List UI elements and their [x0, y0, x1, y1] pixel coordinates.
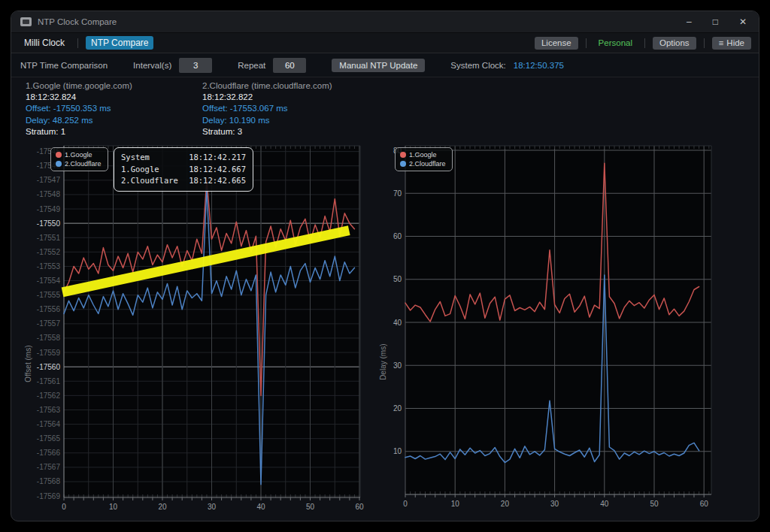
personal-button[interactable]: Personal: [594, 37, 637, 49]
server-cloudflare: 2.Cloudflare (time.cloudflare.com) 18:12…: [202, 80, 379, 138]
close-icon[interactable]: ✕: [739, 17, 747, 27]
tab-ntp-compare[interactable]: NTP Compare: [86, 36, 153, 50]
svg-text:0: 0: [62, 503, 66, 511]
delay-chart-canvas[interactable]: 01020304050601020304050607080Delay (ms): [369, 144, 723, 521]
section-label: NTP Time Comparison: [20, 61, 108, 70]
server-stratum: Stratum: 1: [26, 126, 202, 138]
svg-text:-17559: -17559: [37, 349, 61, 357]
title-bar[interactable]: NTP Clock Compare – □ ✕: [11, 11, 759, 33]
hide-button-label: Hide: [726, 38, 744, 47]
svg-text:-17555: -17555: [37, 291, 61, 299]
svg-text:-17564: -17564: [37, 420, 61, 428]
offset-chart-legend[interactable]: 1.Google 2.Cloudflare: [50, 147, 108, 171]
google-legend-dot: [56, 152, 62, 158]
offset-chart[interactable]: 0102030405060-17545-17546-17547-17548-17…: [22, 144, 369, 521]
svg-text:20: 20: [393, 404, 402, 413]
svg-text:-17550: -17550: [37, 219, 61, 228]
svg-text:50: 50: [306, 503, 315, 511]
svg-text:40: 40: [393, 319, 402, 327]
svg-text:-17562: -17562: [37, 391, 61, 400]
server-time: 18:12:32.824: [26, 92, 202, 103]
tab-separator: [77, 38, 78, 48]
svg-text:10: 10: [451, 500, 460, 508]
offset-chart-canvas[interactable]: 0102030405060-17545-17546-17547-17548-17…: [22, 144, 369, 521]
repeat-label: Repeat: [238, 61, 265, 70]
svg-text:-17560: -17560: [37, 363, 61, 371]
repeat-input[interactable]: [273, 58, 306, 73]
svg-text:-17561: -17561: [37, 377, 61, 385]
hide-button[interactable]: ≡Hide: [712, 37, 751, 50]
svg-text:-17566: -17566: [37, 449, 61, 457]
control-row: NTP Time Comparison Interval(s) Repeat M…: [11, 53, 759, 77]
app-icon: [20, 17, 32, 26]
options-button[interactable]: Options: [653, 37, 696, 50]
tab-milli-clock[interactable]: Milli Clock: [19, 36, 70, 50]
server-stratum: Stratum: 3: [202, 126, 379, 138]
svg-text:-17556: -17556: [37, 305, 61, 313]
delay-chart[interactable]: 01020304050601020304050607080Delay (ms) …: [369, 144, 723, 521]
svg-text:20: 20: [158, 503, 167, 511]
cloudflare-legend-label: 2.Cloudflare: [65, 159, 102, 168]
svg-text:30: 30: [393, 361, 402, 370]
svg-text:70: 70: [393, 189, 402, 198]
hamburger-icon: ≡: [719, 38, 724, 47]
svg-text:50: 50: [650, 500, 659, 508]
svg-text:-17554: -17554: [37, 277, 61, 285]
delay-chart-legend[interactable]: 1.Google 2.Cloudflare: [395, 147, 453, 171]
svg-text:-17563: -17563: [37, 406, 61, 414]
svg-text:-17568: -17568: [37, 477, 61, 485]
svg-text:-17567: -17567: [37, 463, 61, 471]
svg-text:-17565: -17565: [37, 434, 61, 443]
google-legend-dot: [400, 152, 406, 158]
svg-text:-17551: -17551: [37, 234, 61, 242]
minimize-icon[interactable]: –: [687, 17, 692, 27]
svg-text:20: 20: [501, 500, 510, 508]
cloudflare-legend-dot: [400, 161, 406, 167]
svg-text:-17557: -17557: [37, 319, 61, 328]
svg-text:-17548: -17548: [37, 190, 61, 198]
tab-bar: Milli Clock NTP Compare License Personal…: [11, 33, 759, 53]
server-delay: Delay: 10.190 ms: [202, 115, 379, 126]
svg-text:-17553: -17553: [37, 262, 61, 271]
desktop: { "window": { "title": "NTP Clock Compar…: [0, 0, 770, 532]
svg-text:10: 10: [109, 503, 118, 511]
app-window: NTP Clock Compare – □ ✕ Milli Clock NTP …: [11, 11, 759, 521]
system-clock-label: System Clock:: [450, 61, 506, 70]
svg-text:60: 60: [700, 500, 709, 508]
svg-text:-17552: -17552: [37, 248, 61, 256]
server-time: 18:12:32.822: [202, 92, 379, 103]
window-controls: – □ ✕: [687, 17, 747, 27]
system-clock-value: 18:12:50.375: [514, 61, 564, 70]
server-delay: Delay: 48.252 ms: [26, 115, 202, 126]
svg-text:0: 0: [403, 500, 408, 508]
svg-text:Offset (ms): Offset (ms): [24, 346, 32, 382]
svg-text:10: 10: [393, 447, 402, 455]
google-legend-label: 1.Google: [65, 150, 92, 159]
manual-ntp-update-button[interactable]: Manual NTP Update: [332, 59, 425, 72]
svg-text:-17549: -17549: [37, 205, 61, 213]
svg-text:60: 60: [355, 503, 364, 511]
svg-text:50: 50: [393, 275, 402, 283]
server-name: 1.Google (time.google.com): [26, 80, 202, 92]
svg-text:-17558: -17558: [37, 334, 61, 342]
svg-text:40: 40: [600, 500, 609, 508]
license-button[interactable]: License: [535, 37, 578, 50]
window-title: NTP Clock Compare: [38, 17, 687, 26]
svg-text:-17547: -17547: [37, 176, 61, 184]
svg-text:30: 30: [550, 500, 559, 508]
svg-text:-17569: -17569: [37, 492, 61, 500]
google-legend-label: 1.Google: [409, 150, 437, 159]
cloudflare-legend-dot: [56, 161, 62, 167]
server-google: 1.Google (time.google.com) 18:12:32.824 …: [26, 80, 202, 138]
server-offset: Offset: -17550.353 ms: [26, 103, 202, 114]
server-name: 2.Cloudflare (time.cloudflare.com): [202, 80, 379, 92]
server-info-panel: 1.Google (time.google.com) 18:12:32.824 …: [26, 80, 379, 138]
server-offset: Offset: -17553.067 ms: [202, 103, 379, 114]
interval-input[interactable]: [179, 58, 212, 73]
svg-text:Delay (ms): Delay (ms): [379, 344, 387, 380]
svg-text:30: 30: [208, 503, 217, 511]
hover-tooltip: System18:12:42.217 1.Google18:12:42.667 …: [114, 147, 253, 192]
maximize-icon[interactable]: □: [713, 17, 718, 27]
interval-label: Interval(s): [133, 61, 171, 70]
svg-text:60: 60: [393, 232, 402, 240]
